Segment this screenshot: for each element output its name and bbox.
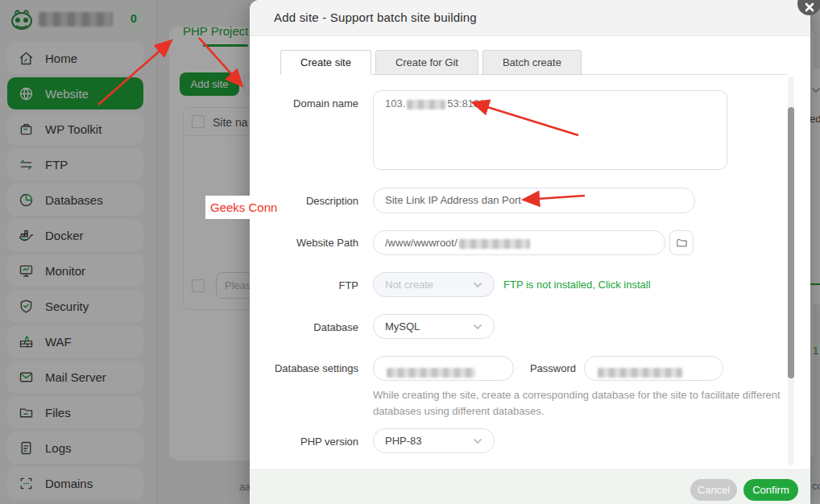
ftp-install-link[interactable]: FTP is not installed, Click install [503,279,651,291]
modal-scrollbar-thumb[interactable] [788,107,794,378]
password-label: Password [483,362,576,374]
chevron-down-icon [473,322,482,332]
cancel-button[interactable]: Cancel [690,479,737,501]
tab-create-for-git[interactable]: Create for Git [375,50,478,75]
database-select[interactable]: MySQL [373,314,495,339]
description-value: Site Link IP Address dan Port [385,194,521,206]
chevron-down-icon [473,436,482,446]
database-select-value: MySQL [385,315,420,338]
confirm-button[interactable]: Confirm [743,479,798,501]
add-site-modal: Add site - Support batch site building C… [250,0,810,504]
ftp-select-value: Not create [385,273,433,296]
database-helper-text: While creating the site, create a corres… [373,387,784,419]
modal-footer: Cancel Confirm [250,469,810,504]
database-password-redacted [598,368,682,378]
domain-name-textarea[interactable]: 103.53:8181 [373,90,727,170]
tab-create-site[interactable]: Create site [280,50,371,75]
ftp-label: FTP [266,279,358,291]
website-path-redacted [459,239,530,249]
description-label: Description [266,195,358,207]
description-input[interactable]: Site Link IP Address dan Port [373,188,695,213]
domain-value-prefix: 103. [385,97,405,109]
php-version-label: PHP version [266,436,358,448]
modal-title: Add site - Support batch site building [274,10,477,24]
domain-redacted [407,100,445,109]
database-username-redacted [387,368,475,378]
database-label: Database [266,321,358,333]
folder-icon [676,237,688,249]
website-path-label: Website Path [266,237,358,249]
php-version-select[interactable]: PHP-83 [373,428,495,453]
database-password-input[interactable] [584,356,723,381]
database-settings-label: Database settings [266,362,358,374]
domain-value-suffix: 53:8181 [447,97,485,109]
tab-batch-create[interactable]: Batch create [482,50,582,75]
domain-name-label: Domain name [266,97,358,109]
website-path-input[interactable]: /www/wwwroot/ [373,230,665,255]
ftp-select[interactable]: Not create [373,272,495,297]
modal-tabs: Create site Create for Git Batch create [280,50,582,75]
modal-header: Add site - Support batch site building [250,0,810,36]
modal-scrollbar-track[interactable] [788,76,794,465]
chevron-down-icon [473,280,482,290]
browse-folder-button[interactable] [669,230,694,255]
website-path-value: /www/wwwroot/ [385,237,458,249]
php-version-value: PHP-83 [385,429,422,452]
screen: 0 Home Website WP Toolkit FTP Databas [0,0,820,504]
